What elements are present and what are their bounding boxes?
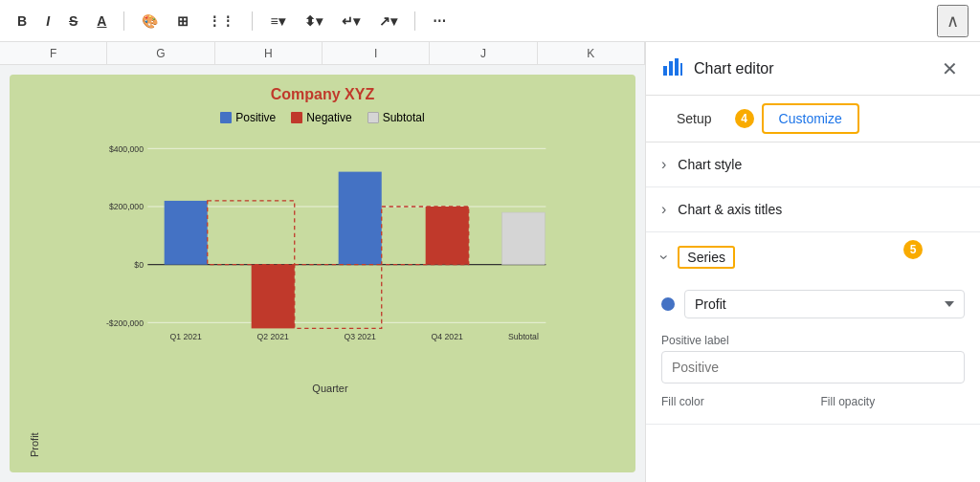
italic-button[interactable]: I <box>40 10 56 33</box>
bar-q4-negative <box>426 207 469 265</box>
svg-rect-16 <box>680 63 682 76</box>
col-k: K <box>538 42 645 64</box>
col-headers: F G H I J K <box>0 42 645 65</box>
fill-opacity-label: Fill opacity <box>821 395 966 408</box>
chart-style-title: Chart style <box>678 157 742 172</box>
more-button[interactable]: ⋯ <box>427 10 452 33</box>
series-color-dot <box>661 297 675 311</box>
tab-badge-4: 4 <box>735 109 754 128</box>
svg-text:Q4 2021: Q4 2021 <box>432 332 463 341</box>
legend-dot-subtotal <box>368 112 379 123</box>
dashed-q2-q3 <box>295 265 382 329</box>
legend-negative: Negative <box>291 111 351 124</box>
svg-text:Q2 2021: Q2 2021 <box>257 332 289 341</box>
bar-subtotal <box>501 212 545 265</box>
chart-plot: $400,000 $200,000 $0 -$200,000 <box>40 132 620 457</box>
chart-axis-chevron: › <box>661 201 666 218</box>
series-section: › Series 5 Profit Positive label <box>646 232 980 425</box>
col-i: I <box>323 42 430 64</box>
table-button[interactable]: ⊞ <box>171 10 194 33</box>
series-dropdown-row: Profit <box>646 282 980 326</box>
chart-container[interactable]: Company XYZ Positive Negative Subtotal <box>0 65 645 482</box>
valign-button[interactable]: ⬍▾ <box>299 10 328 33</box>
underline-button[interactable]: A <box>91 10 112 33</box>
series-badge-5: 5 <box>903 240 923 259</box>
bar-q2-negative <box>252 265 295 329</box>
divider-2 <box>252 11 253 31</box>
svg-rect-15 <box>675 58 679 76</box>
main-area: F G H I J K Company XYZ Positive Nega <box>0 42 980 482</box>
panel-tabs: Setup 4 Customize <box>646 96 980 142</box>
positive-label-text: Positive label <box>661 334 965 347</box>
borders-button[interactable]: ⋮⋮ <box>202 10 240 33</box>
divider-1 <box>123 11 124 31</box>
setup-tab[interactable]: Setup <box>661 105 727 132</box>
chart-wrapper: Company XYZ Positive Negative Subtotal <box>10 75 635 472</box>
svg-text:Q3 2021: Q3 2021 <box>345 332 376 341</box>
wrap-button[interactable]: ↵▾ <box>336 10 366 33</box>
col-h: H <box>215 42 323 64</box>
dashed-q1-q2 <box>208 201 295 265</box>
legend-label-negative: Negative <box>306 111 351 124</box>
svg-rect-13 <box>663 66 667 76</box>
panel-title: Chart editor <box>694 60 924 77</box>
bold-button[interactable]: B <box>11 10 33 33</box>
legend-dot-positive <box>220 112 232 123</box>
bar-q1-positive <box>165 201 208 265</box>
chart-editor-icon <box>661 55 684 82</box>
svg-rect-14 <box>669 61 673 76</box>
svg-text:$200,000: $200,000 <box>109 202 144 211</box>
chart-legend: Positive Negative Subtotal <box>25 111 620 124</box>
chart-area: F G H I J K Company XYZ Positive Nega <box>0 42 645 482</box>
legend-positive: Positive <box>220 111 276 124</box>
legend-label-subtotal: Subtotal <box>383 111 425 124</box>
panel-header: Chart editor ✕ <box>646 42 980 96</box>
chart-axis-title: Chart & axis titles <box>678 202 782 217</box>
bar-q3-positive <box>339 172 382 265</box>
strikethrough-button[interactable]: S <box>63 10 83 33</box>
rotate-button[interactable]: ↗▾ <box>373 10 403 33</box>
right-panel: Chart editor ✕ Setup 4 Customize › Chart… <box>645 42 980 482</box>
svg-text:$0: $0 <box>134 260 144 270</box>
fill-color-label: Fill color <box>661 395 806 408</box>
svg-text:Subtotal: Subtotal <box>508 332 539 341</box>
paint-button[interactable]: 🎨 <box>136 10 164 33</box>
customize-tab[interactable]: Customize <box>762 103 859 134</box>
chart-body: Profit $400,000 $200,000 <box>25 132 620 457</box>
svg-text:Q1 2021: Q1 2021 <box>170 332 202 341</box>
x-axis-title: Quarter <box>40 383 620 394</box>
series-select[interactable]: Profit <box>684 290 965 318</box>
chart-svg: $400,000 $200,000 $0 -$200,000 <box>40 132 620 381</box>
align-button[interactable]: ≡▾ <box>264 10 290 33</box>
legend-label-positive: Positive <box>235 111 276 124</box>
col-f: F <box>0 42 107 64</box>
series-title: Series <box>678 246 735 269</box>
legend-dot-negative <box>291 112 302 123</box>
divider-3 <box>414 11 415 31</box>
series-chevron: › <box>656 254 673 259</box>
col-j: J <box>430 42 537 64</box>
y-axis-label: Profit <box>25 132 40 457</box>
svg-text:-$200,000: -$200,000 <box>106 318 144 328</box>
positive-label-row: Positive label <box>646 326 980 387</box>
svg-text:$400,000: $400,000 <box>109 144 144 154</box>
chart-title: Company XYZ <box>25 86 620 103</box>
fill-options-row: Fill color Fill opacity <box>646 387 980 416</box>
chart-style-section[interactable]: › Chart style <box>646 142 980 187</box>
panel-close-button[interactable]: ✕ <box>934 54 965 84</box>
toolbar: B I S A 🎨 ⊞ ⋮⋮ ≡▾ ⬍▾ ↵▾ ↗▾ ⋯ ∧ <box>0 0 980 42</box>
chart-axis-titles-section[interactable]: › Chart & axis titles <box>646 187 980 232</box>
series-header[interactable]: › Series 5 <box>646 232 980 282</box>
col-g: G <box>107 42 214 64</box>
positive-label-input[interactable] <box>661 351 965 383</box>
legend-subtotal: Subtotal <box>368 111 425 124</box>
panel-content: › Chart style › Chart & axis titles › Se… <box>646 142 980 482</box>
chart-style-chevron: › <box>661 156 666 173</box>
collapse-button[interactable]: ∧ <box>937 5 969 37</box>
